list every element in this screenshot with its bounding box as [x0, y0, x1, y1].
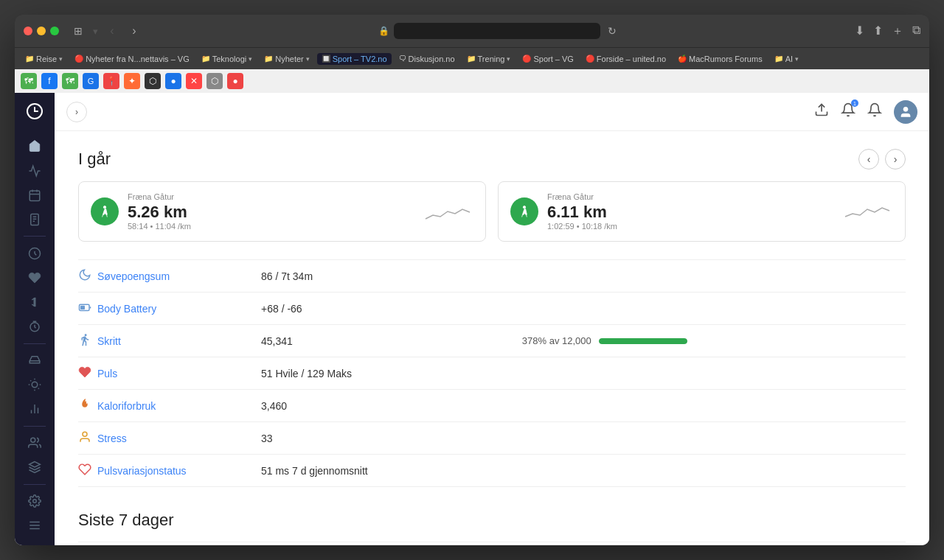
sleep-link[interactable]: Søvepoengsum	[97, 270, 170, 282]
bookmark-label: Diskusjon.no	[409, 55, 455, 63]
bookmark-trening[interactable]: 📁 Trening ▾	[462, 53, 516, 65]
sidebar-item-steps[interactable]	[21, 291, 48, 312]
steps-icon	[78, 333, 91, 349]
app-icon-figma[interactable]: ✦	[124, 73, 140, 89]
bookmark-sport-vg[interactable]: 🔴 Sport – VG	[518, 53, 577, 65]
minimize-button[interactable]	[37, 27, 46, 35]
url-input[interactable]: connect.garmin.com	[394, 23, 600, 39]
sidebar-toggle-icon[interactable]: ⊞	[71, 24, 86, 38]
maximize-button[interactable]	[50, 27, 59, 35]
svg-point-13	[32, 382, 38, 388]
yesterday-section-header: I går ‹ ›	[78, 149, 906, 169]
bookmark-nyheter-vg[interactable]: 🔴 Nyheter fra N...nettavis – VG	[70, 53, 194, 65]
panel-toggle-button[interactable]: ›	[66, 102, 87, 122]
next-day-button[interactable]: ›	[885, 149, 906, 169]
sidebar-item-insights[interactable]	[21, 374, 48, 396]
battery-link[interactable]: Body Battery	[97, 303, 156, 315]
new-tab-icon[interactable]: ＋	[892, 24, 903, 39]
app-icon-red[interactable]: ●	[227, 73, 243, 89]
activity-card-1[interactable]: Fræna Gåtur 5.26 km 58:14 • 11:04 /km	[78, 181, 486, 242]
sidebar-item-settings[interactable]	[21, 491, 48, 512]
prev-day-button[interactable]: ‹	[858, 149, 879, 169]
app-icon-blue[interactable]: ●	[165, 73, 181, 89]
stat-row-calories: Kaloriforbruk 3,460	[78, 390, 906, 422]
fire-icon	[78, 398, 91, 414]
back-button[interactable]: ‹	[104, 23, 120, 39]
bookmark-macrumors[interactable]: 🍎 MacRumors Forums	[673, 53, 767, 65]
close-button[interactable]	[24, 27, 32, 35]
steps-value: 45,341	[261, 335, 293, 347]
upload-icon[interactable]	[814, 102, 829, 121]
calories-link[interactable]: Kaloriforbruk	[97, 400, 156, 412]
address-bar: 🔒 connect.garmin.com ↻	[148, 23, 849, 39]
stress-link[interactable]: Stress	[97, 433, 127, 444]
bookmark-label: Reise	[36, 55, 57, 63]
app-icon-pin[interactable]: 📍	[103, 73, 119, 89]
activity-distance-1: 5.26 km	[128, 203, 413, 222]
bookmark-sport-tv2[interactable]: 🔲 Sport – TV2.no	[317, 53, 392, 65]
top-bar-icons: 1	[814, 100, 917, 124]
stat-row-pulse: Puls 51 Hvile / 129 Maks	[78, 357, 906, 390]
bookmark-united[interactable]: 🔴 Forside – united.no	[581, 53, 670, 65]
stat-label-hrv: Pulsvariasjonstatus	[78, 455, 249, 486]
app-icon-fb[interactable]: f	[41, 73, 58, 89]
sidebar-item-timer[interactable]	[21, 316, 48, 337]
sidebar-item-activity[interactable]	[21, 160, 48, 181]
app-icon-maps2[interactable]: 🗺	[62, 73, 78, 89]
sidebar-item-reports[interactable]	[21, 209, 48, 230]
left-sidebar	[15, 93, 55, 545]
activity-name-2: Fræna Gåtur	[547, 192, 833, 201]
bookmark-nyheter[interactable]: 📁 Nyheter ▾	[260, 53, 314, 65]
bookmark-label: Sport – VG	[533, 55, 573, 63]
sidebar-item-shoes[interactable]	[21, 350, 48, 371]
app-icon-maps[interactable]: 🗺	[21, 73, 37, 89]
sidebar-item-groups[interactable]	[21, 457, 48, 478]
app-icon-hex2[interactable]: ⬡	[206, 73, 223, 89]
stat-label-pulse: Puls	[78, 358, 249, 389]
forward-button[interactable]: ›	[126, 23, 142, 39]
bookmark-label: Sport – TV2.no	[333, 55, 387, 63]
sidebar-item-menu[interactable]	[21, 515, 48, 536]
top-bar: ›	[55, 93, 929, 131]
bookmark-teknologi[interactable]: 📁 Teknologi ▾	[197, 53, 257, 65]
hrv-link[interactable]: Pulsvariasjonstatus	[97, 465, 187, 477]
bell-icon[interactable]	[867, 102, 882, 121]
sidebar-item-community[interactable]	[21, 433, 48, 454]
title-bar: ⊞ ▾ ‹ › 🔒 connect.garmin.com ↻ ⬇ ⬆ ＋ ⧉	[15, 15, 929, 47]
bookmark-reise[interactable]: 📁 Reise ▾	[21, 53, 67, 65]
activity-stats-2: 1:02:59 • 10:18 /km	[547, 222, 833, 231]
heart-icon	[78, 365, 91, 382]
bookmark-diskusjon[interactable]: 🗨 Diskusjon.no	[395, 53, 459, 65]
sidebar-item-home[interactable]	[21, 136, 48, 157]
apple-icon: 🍎	[678, 55, 687, 63]
app-icon-x[interactable]: ✕	[186, 73, 202, 89]
yesterday-title: I går	[78, 150, 111, 169]
stat-row-stress: Stress 33	[78, 422, 906, 455]
steps-progress-container: 378% av 12,000	[522, 335, 900, 346]
bookmark-label: Nyheter	[275, 55, 304, 63]
steps-link[interactable]: Skritt	[97, 335, 121, 347]
sidebar-item-health[interactable]	[21, 267, 48, 288]
app-icon-hex[interactable]: ⬡	[145, 73, 161, 89]
user-avatar[interactable]	[894, 100, 917, 124]
download-icon[interactable]: ⬇	[855, 24, 864, 39]
window-icon[interactable]: ⧉	[912, 24, 920, 39]
folder-icon: 📁	[467, 55, 476, 63]
bookmark-ai[interactable]: 📁 AI ▾	[770, 53, 803, 65]
pulse-value: 51 Hvile / 129 Maks	[261, 368, 352, 379]
share-icon[interactable]: ⬆	[873, 24, 883, 39]
stat-row-hrv: Pulsvariasjonstatus 51 ms 7 d gjennomsni…	[78, 455, 906, 487]
reload-button[interactable]: ↻	[605, 25, 620, 37]
pulse-link[interactable]: Puls	[97, 368, 117, 379]
sidebar-item-training[interactable]	[21, 242, 48, 264]
sidebar-item-calendar[interactable]	[21, 184, 48, 206]
notification-icon[interactable]: 1	[841, 102, 856, 121]
hrv-icon	[78, 463, 91, 479]
activity-card-2[interactable]: Fræna Gåtur 6.11 km 1:02:59 • 10:18 /km	[498, 181, 906, 242]
last7days-title: Siste 7 dager	[78, 511, 906, 530]
chevron-right-icon: ›	[75, 107, 78, 117]
app-icon-google[interactable]: G	[83, 73, 99, 89]
tv2-icon: 🔲	[322, 55, 330, 63]
united-icon: 🔴	[586, 55, 594, 63]
sidebar-item-chart[interactable]	[21, 399, 48, 420]
